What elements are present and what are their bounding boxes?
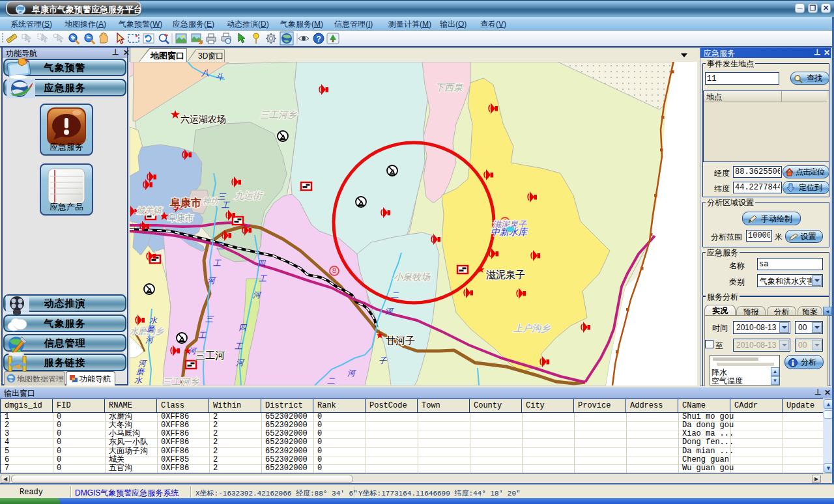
svg-text:四: 四 — [257, 259, 266, 268]
svg-text:甘河子: 甘河子 — [386, 335, 415, 346]
svg-text:河: 河 — [385, 307, 394, 316]
svg-text:城关镇: 城关镇 — [136, 206, 163, 216]
svg-text:三: 三 — [205, 315, 214, 324]
svg-text:阜康市: 阜康市 — [169, 197, 201, 208]
svg-text:三工河乡: 三工河乡 — [260, 109, 297, 120]
svg-text:六运湖农场: 六运湖农场 — [180, 114, 226, 124]
svg-text:斗: 斗 — [216, 72, 224, 81]
svg-text:工: 工 — [222, 201, 230, 210]
svg-text:磨: 磨 — [147, 324, 156, 333]
svg-text:?: ? — [317, 35, 321, 44]
svg-text:河: 河 — [138, 359, 147, 368]
svg-text:阜康市: 阜康市 — [168, 213, 194, 223]
svg-text:磨: 磨 — [136, 367, 145, 376]
svg-text:三: 三 — [216, 242, 225, 251]
svg-text:河: 河 — [207, 276, 216, 285]
svg-text:工: 工 — [198, 331, 207, 340]
svg-text:三工河: 三工河 — [195, 350, 225, 361]
svg-text:上户沟乡: 上户沟乡 — [513, 323, 551, 333]
svg-text:河: 河 — [347, 369, 356, 378]
svg-text:小泉牧场: 小泉牧场 — [394, 272, 431, 282]
svg-text:工: 工 — [235, 342, 243, 351]
svg-text:水: 水 — [134, 376, 143, 385]
svg-text:子: 子 — [379, 356, 387, 365]
svg-text:九运街: 九运街 — [235, 190, 263, 201]
svg-text:河: 河 — [236, 358, 245, 367]
svg-text:下西泉: 下西泉 — [435, 82, 463, 92]
svg-text:河: 河 — [253, 290, 262, 300]
svg-text:工: 工 — [259, 274, 267, 283]
svg-text:河: 河 — [145, 335, 154, 344]
svg-text:水: 水 — [149, 316, 158, 325]
svg-text:工: 工 — [213, 259, 222, 268]
svg-text:二: 二 — [327, 376, 336, 385]
svg-text:滋泥泉子: 滋泥泉子 — [486, 269, 525, 280]
svg-text:八: 八 — [201, 68, 209, 77]
svg-text:四: 四 — [238, 323, 248, 332]
svg-text:三: 三 — [218, 192, 227, 201]
svg-text:三工河乡: 三工河乡 — [162, 376, 199, 385]
svg-text:二: 二 — [391, 290, 399, 300]
svg-text:河: 河 — [188, 346, 197, 356]
